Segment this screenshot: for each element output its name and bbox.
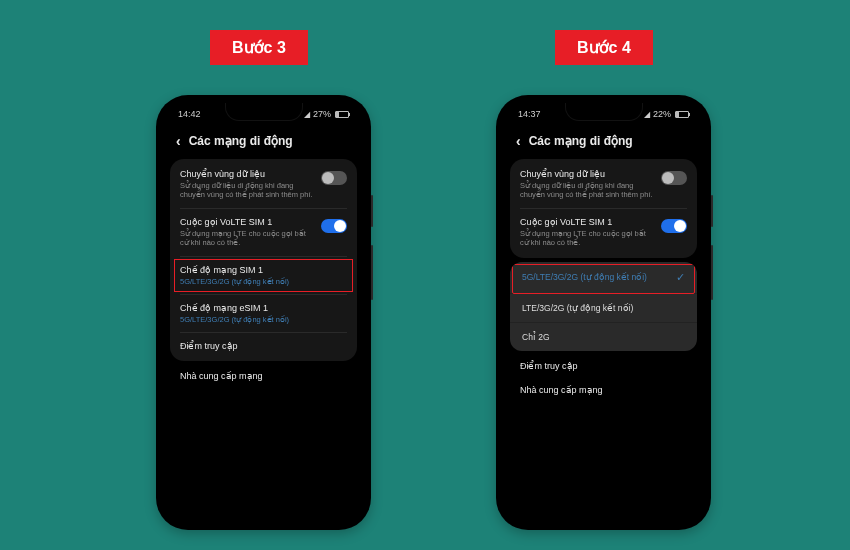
check-icon: ✓ — [676, 271, 685, 284]
battery-icon — [335, 111, 349, 118]
volte-title: Cuộc gọi VoLTE SIM 1 — [180, 217, 313, 227]
phone-notch — [225, 103, 303, 121]
status-time: 14:42 — [178, 109, 201, 119]
page-title-bar[interactable]: ‹ Các mạng di động — [504, 125, 703, 159]
option-2g[interactable]: Chỉ 2G — [510, 322, 697, 351]
row-volte[interactable]: Cuộc gọi VoLTE SIM 1 Sử dụng mạng LTE ch… — [170, 209, 357, 256]
battery-icon — [675, 111, 689, 118]
row-apn[interactable]: Điểm truy cập — [504, 351, 703, 381]
phone-step-3: 14:42 ◢ 27% ‹ Các mạng di động Chuyển vù… — [156, 95, 371, 530]
row-apn[interactable]: Điểm truy cập — [170, 333, 357, 359]
netmode-sim1-title: Chế độ mạng SIM 1 — [180, 265, 347, 275]
roaming-desc: Sử dụng dữ liệu di động khi đang chuyển … — [180, 181, 313, 200]
netmode-esim-sub: 5G/LTE/3G/2G (tự động kết nối) — [180, 315, 347, 324]
volte-desc: Sử dụng mạng LTE cho cuộc gọi bất cứ khi… — [180, 229, 313, 248]
row-volte[interactable]: Cuộc gọi VoLTE SIM 1 Sử dụng mạng LTE ch… — [510, 209, 697, 256]
status-time: 14:37 — [518, 109, 541, 119]
roaming-title: Chuyển vùng dữ liệu — [180, 169, 313, 179]
roaming-desc: Sử dụng dữ liệu di động khi đang chuyển … — [520, 181, 653, 200]
row-network-mode-sim1[interactable]: Chế độ mạng SIM 1 5G/LTE/3G/2G (tự động … — [170, 257, 357, 294]
step-label-4: Bước 4 — [555, 30, 653, 65]
page-title: Các mạng di động — [189, 134, 293, 148]
option-lte[interactable]: LTE/3G/2G (tự động kết nối) — [510, 293, 697, 322]
row-data-roaming[interactable]: Chuyển vùng dữ liệu Sử dụng dữ liệu di đ… — [170, 161, 357, 208]
battery-percent: 27% — [313, 109, 331, 119]
phone-notch — [565, 103, 643, 121]
netmode-esim-title: Chế độ mạng eSIM 1 — [180, 303, 347, 313]
option-label: LTE/3G/2G (tự động kết nối) — [522, 303, 633, 313]
network-mode-popup: 5G/LTE/3G/2G (tự động kết nối) ✓ LTE/3G/… — [510, 262, 697, 351]
volte-desc: Sử dụng mạng LTE cho cuộc gọi bất cứ khi… — [520, 229, 653, 248]
row-data-roaming[interactable]: Chuyển vùng dữ liệu Sử dụng dữ liệu di đ… — [510, 161, 697, 208]
signal-icon: ◢ — [644, 110, 649, 119]
page-title: Các mạng di động — [529, 134, 633, 148]
volte-toggle[interactable] — [321, 219, 347, 233]
signal-icon: ◢ — [304, 110, 309, 119]
row-network-operators[interactable]: Nhà cung cấp mạng — [504, 381, 703, 405]
option-label: Chỉ 2G — [522, 332, 550, 342]
volte-title: Cuộc gọi VoLTE SIM 1 — [520, 217, 653, 227]
roaming-toggle[interactable] — [321, 171, 347, 185]
battery-percent: 22% — [653, 109, 671, 119]
row-network-operators[interactable]: Nhà cung cấp mạng — [164, 361, 363, 391]
roaming-toggle[interactable] — [661, 171, 687, 185]
volte-toggle[interactable] — [661, 219, 687, 233]
back-icon[interactable]: ‹ — [176, 133, 181, 149]
netmode-sim1-sub: 5G/LTE/3G/2G (tự động kết nối) — [180, 277, 347, 286]
step-label-3: Bước 3 — [210, 30, 308, 65]
phone-step-4: 14:37 ◢ 22% ‹ Các mạng di động Chuyển vù… — [496, 95, 711, 530]
row-network-mode-esim[interactable]: Chế độ mạng eSIM 1 5G/LTE/3G/2G (tự động… — [170, 295, 357, 332]
settings-panel: Chuyển vùng dữ liệu Sử dụng dữ liệu di đ… — [510, 159, 697, 258]
apn-title: Điểm truy cập — [180, 341, 347, 351]
roaming-title: Chuyển vùng dữ liệu — [520, 169, 653, 179]
option-5g[interactable]: 5G/LTE/3G/2G (tự động kết nối) ✓ — [510, 262, 697, 293]
back-icon[interactable]: ‹ — [516, 133, 521, 149]
page-title-bar[interactable]: ‹ Các mạng di động — [164, 125, 363, 159]
option-label: 5G/LTE/3G/2G (tự động kết nối) — [522, 272, 647, 282]
settings-panel: Chuyển vùng dữ liệu Sử dụng dữ liệu di đ… — [170, 159, 357, 361]
